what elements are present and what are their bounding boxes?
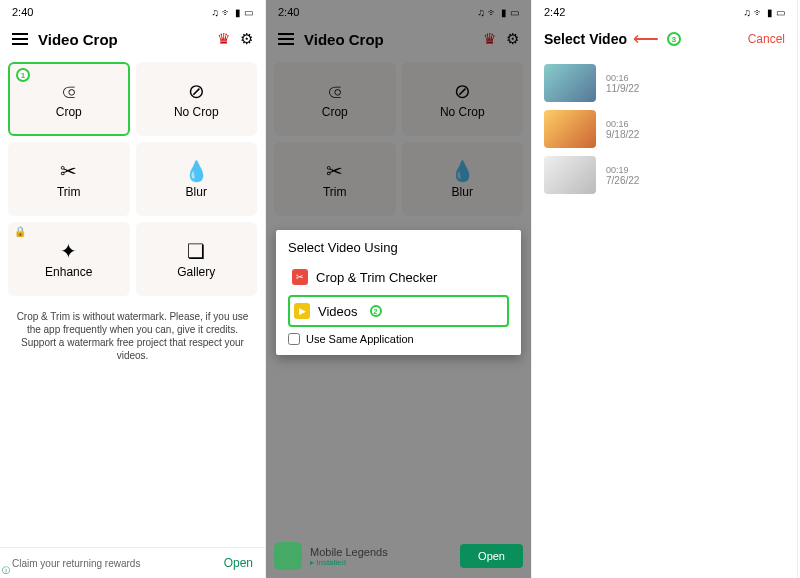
- video-meta: 00:19 7/26/22: [606, 165, 639, 186]
- tile-label: Blur: [186, 185, 207, 199]
- menu-icon[interactable]: [12, 33, 28, 45]
- use-same-app-row[interactable]: Use Same Application: [288, 333, 509, 345]
- video-meta: 00:16 9/18/22: [606, 119, 639, 140]
- tile-trim[interactable]: ✂ Trim: [8, 142, 130, 216]
- step-badge-2: 2: [370, 305, 382, 317]
- option-label: Crop & Trim Checker: [316, 270, 437, 285]
- dialog-title: Select Video Using: [288, 240, 509, 255]
- ad-info-icon[interactable]: ⓘ: [2, 565, 10, 576]
- option-videos[interactable]: ▶ Videos 2: [288, 295, 509, 327]
- video-meta: 00:16 11/9/22: [606, 73, 639, 94]
- select-video-dialog: Select Video Using ✂ Crop & Trim Checker…: [276, 230, 521, 355]
- tile-label: No Crop: [174, 105, 219, 119]
- video-date: 9/18/22: [606, 129, 639, 140]
- tile-gallery[interactable]: ❏ Gallery: [136, 222, 258, 296]
- signal-icon: ▮: [767, 7, 773, 18]
- select-video-bar: Select Video ⟵ 3 Cancel: [532, 24, 797, 54]
- ad-bar[interactable]: Claim your returning rewards Open: [0, 547, 265, 578]
- crown-icon[interactable]: ♛: [217, 30, 230, 48]
- app-title: Video Crop: [38, 31, 207, 48]
- page-title: Select Video: [544, 31, 627, 47]
- clock: 2:42: [544, 6, 565, 18]
- screen-1-home: 2:40 ♫ ᯤ ▮ ▭ Video Crop ♛ ⚙ 1 ⟃ Crop ⊘ N…: [0, 0, 266, 578]
- battery-icon: ▭: [244, 7, 253, 18]
- status-icons: ♫ ᯤ ▮ ▭: [212, 7, 254, 18]
- app-icon-yellow: ▶: [294, 303, 310, 319]
- ad-bar[interactable]: Mobile Legends ▸ Installed Open: [266, 534, 531, 578]
- tile-label: Crop: [56, 105, 82, 119]
- clock: 2:40: [12, 6, 33, 18]
- wifi-icon: ᯤ: [754, 7, 764, 18]
- lock-icon: 🔒: [14, 226, 26, 237]
- video-item[interactable]: 00:16 11/9/22: [544, 64, 785, 102]
- ad-open-link[interactable]: Open: [224, 556, 253, 570]
- ad-app-name: Mobile Legends: [310, 546, 452, 558]
- status-bar: 2:42 ♫ ᯤ ▮ ▭: [532, 0, 797, 24]
- tile-blur[interactable]: 💧 Blur: [136, 142, 258, 216]
- video-item[interactable]: 00:16 9/18/22: [544, 110, 785, 148]
- video-thumbnail: [544, 156, 596, 194]
- app-bar: Video Crop ♛ ⚙: [0, 24, 265, 54]
- tile-no-crop[interactable]: ⊘ No Crop: [136, 62, 258, 136]
- video-thumbnail: [544, 64, 596, 102]
- ad-info: Mobile Legends ▸ Installed: [310, 546, 452, 567]
- step-badge-3: 3: [667, 32, 681, 46]
- ad-text: Claim your returning rewards: [12, 558, 224, 569]
- gear-icon[interactable]: ⚙: [240, 30, 253, 48]
- headphone-icon: ♫: [744, 7, 752, 18]
- ad-open-button[interactable]: Open: [460, 544, 523, 568]
- app-icon-red: ✂: [292, 269, 308, 285]
- option-crop-trim-checker[interactable]: ✂ Crop & Trim Checker: [288, 263, 509, 291]
- wifi-icon: ᯤ: [222, 7, 232, 18]
- screen-3-select-video: 2:42 ♫ ᯤ ▮ ▭ Select Video ⟵ 3 Cancel 00:…: [532, 0, 798, 578]
- video-item[interactable]: 00:19 7/26/22: [544, 156, 785, 194]
- status-bar: 2:40 ♫ ᯤ ▮ ▭: [0, 0, 265, 24]
- status-icons: ♫ ᯤ ▮ ▭: [744, 7, 786, 18]
- video-date: 11/9/22: [606, 83, 639, 94]
- crop-icon: ⟃: [63, 80, 75, 103]
- battery-icon: ▭: [776, 7, 785, 18]
- video-date: 7/26/22: [606, 175, 639, 186]
- enhance-icon: ✦: [60, 239, 77, 263]
- no-crop-icon: ⊘: [188, 79, 205, 103]
- ad-thumbnail: [274, 542, 302, 570]
- arrow-left-icon: ⟵: [633, 28, 659, 50]
- video-duration: 00:16: [606, 73, 639, 83]
- blur-icon: 💧: [184, 159, 209, 183]
- video-duration: 00:19: [606, 165, 639, 175]
- video-list: 00:16 11/9/22 00:16 9/18/22 00:19 7/26/2…: [532, 54, 797, 204]
- footnote-text: Crop & Trim is without watermark. Please…: [0, 304, 265, 368]
- step-badge-1: 1: [16, 68, 30, 82]
- video-duration: 00:16: [606, 119, 639, 129]
- feature-grid: 1 ⟃ Crop ⊘ No Crop ✂ Trim 💧 Blur 🔒 ✦ Enh…: [0, 54, 265, 304]
- cancel-link[interactable]: Cancel: [748, 32, 785, 46]
- gallery-icon: ❏: [187, 239, 205, 263]
- checkbox-label: Use Same Application: [306, 333, 414, 345]
- signal-icon: ▮: [235, 7, 241, 18]
- use-same-app-checkbox[interactable]: [288, 333, 300, 345]
- tile-enhance[interactable]: 🔒 ✦ Enhance: [8, 222, 130, 296]
- trim-icon: ✂: [60, 159, 77, 183]
- video-thumbnail: [544, 110, 596, 148]
- tile-crop[interactable]: 1 ⟃ Crop: [8, 62, 130, 136]
- option-label: Videos: [318, 304, 358, 319]
- headphone-icon: ♫: [212, 7, 220, 18]
- tile-label: Gallery: [177, 265, 215, 279]
- tile-label: Enhance: [45, 265, 92, 279]
- tile-label: Trim: [57, 185, 81, 199]
- screen-2-dialog: 2:40 ♫ ᯤ ▮ ▭ Video Crop ♛ ⚙ ⟃ Crop ⊘ No …: [266, 0, 532, 578]
- ad-status: ▸ Installed: [310, 558, 452, 567]
